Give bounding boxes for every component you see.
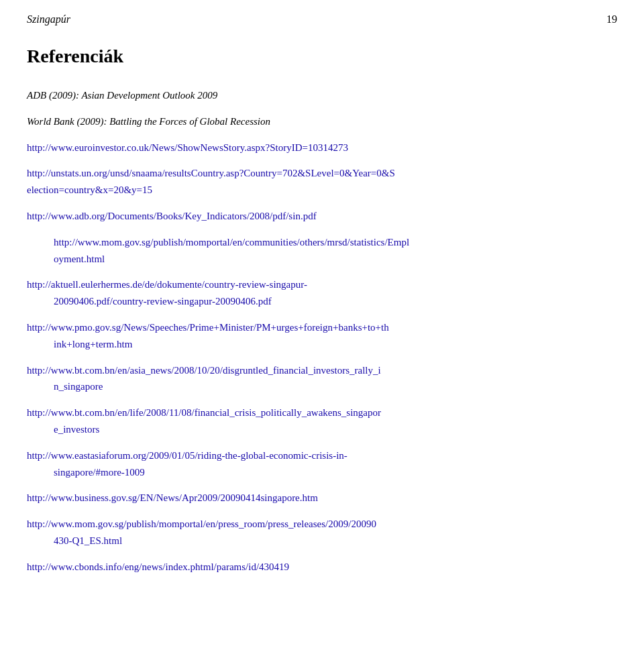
list-item: http://unstats.un.org/unsd/snaama/result… (27, 165, 617, 199)
list-item: http://www.euroinvestor.co.uk/News/ShowN… (27, 140, 617, 156)
list-item: http://www.adb.org/Documents/Books/Key_I… (27, 208, 617, 225)
page-title: Szingapúr (27, 13, 70, 25)
reference-link[interactable]: http://www.bt.com.bn/en/life/2008/11/08/… (27, 407, 381, 435)
reference-link[interactable]: http://www.eastasiaforum.org/2009/01/05/… (27, 450, 347, 478)
page-container: Szingapúr 19 Referenciák ADB (2009): Asi… (0, 0, 644, 652)
reference-text: World Bank (2009): Battling the Forces o… (27, 116, 270, 127)
reference-link[interactable]: http://www.mom.gov.sg/publish/momportal/… (54, 237, 409, 264)
list-item: http://www.eastasiaforum.org/2009/01/05/… (27, 447, 617, 481)
page-number: 19 (606, 13, 617, 25)
list-item: http://www.mom.gov.sg/publish/momportal/… (27, 234, 617, 268)
list-item: http://aktuell.eulerhermes.de/de/dokumen… (27, 276, 617, 310)
reference-link[interactable]: http://www.adb.org/Documents/Books/Key_I… (27, 211, 317, 221)
list-item: http://www.bt.com.bn/en/life/2008/11/08/… (27, 404, 617, 438)
list-item: http://www.cbonds.info/eng/news/index.ph… (27, 559, 617, 576)
page-header: Szingapúr 19 (27, 13, 617, 25)
list-item: http://www.mom.gov.sg/publish/momportal/… (27, 516, 617, 549)
list-item: http://www.bt.com.bn/en/asia_news/2008/1… (27, 362, 617, 396)
reference-link[interactable]: http://www.bt.com.bn/en/asia_news/2008/1… (27, 365, 381, 392)
reference-link[interactable]: http://unstats.un.org/unsd/snaama/result… (27, 168, 395, 195)
references-list: ADB (2009): Asian Development Outlook 20… (27, 87, 617, 576)
list-item: World Bank (2009): Battling the Forces o… (27, 113, 617, 130)
reference-link[interactable]: http://www.pmo.gov.sg/News/Speeches/Prim… (27, 322, 389, 349)
list-item: http://www.business.gov.sg/EN/News/Apr20… (27, 490, 617, 506)
list-item: http://www.pmo.gov.sg/News/Speeches/Prim… (27, 319, 617, 353)
reference-link[interactable]: http://aktuell.eulerhermes.de/de/dokumen… (27, 279, 307, 307)
reference-link[interactable]: http://www.mom.gov.sg/publish/momportal/… (27, 519, 376, 546)
reference-text: ADB (2009): Asian Development Outlook 20… (27, 90, 217, 101)
list-item: ADB (2009): Asian Development Outlook 20… (27, 87, 617, 104)
section-heading: Referenciák (27, 46, 617, 67)
reference-link[interactable]: http://www.business.gov.sg/EN/News/Apr20… (27, 492, 318, 503)
reference-link[interactable]: http://www.euroinvestor.co.uk/News/ShowN… (27, 142, 348, 153)
reference-link[interactable]: http://www.cbonds.info/eng/news/index.ph… (27, 561, 289, 572)
